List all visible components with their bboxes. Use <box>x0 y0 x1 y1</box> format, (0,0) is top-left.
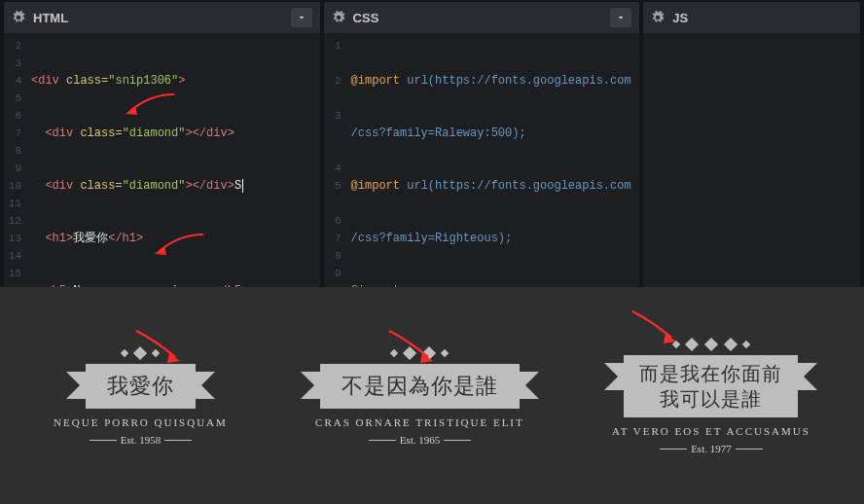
annotation-arrow <box>126 326 195 369</box>
js-code-editor[interactable] <box>643 33 860 287</box>
preview-subtitle: AT VERO EOS ET ACCUSAMUS <box>612 425 810 437</box>
css-gutter: 12345678910 <box>324 37 347 287</box>
preview-est: Est. 1977 <box>673 443 749 454</box>
css-pane: CSS 12345678910 @import url(https://font… <box>324 2 640 287</box>
preview-subtitle: CRAS ORNARE TRISTIQUE ELIT <box>315 416 524 428</box>
editor-panels: HTML 2345678910111213141516 <div class="… <box>0 0 864 287</box>
js-pane-title: JS <box>672 11 852 25</box>
html-code-lines: <div class="snip1306"> <div class="diamo… <box>31 37 316 287</box>
html-pane-header[interactable]: HTML <box>4 2 320 33</box>
html-pane-title: HTML <box>33 11 291 25</box>
css-code-lines: @import url(https://fonts.googleapis.com… <box>351 37 636 287</box>
preview-subtitle: NEQUE PORRO QUISQUAM <box>54 416 228 428</box>
gear-icon[interactable] <box>651 11 665 24</box>
js-pane-header[interactable]: JS <box>643 2 860 33</box>
css-pane-header[interactable]: CSS <box>324 2 640 33</box>
annotation-arrow <box>623 306 691 349</box>
html-pane: HTML 2345678910111213141516 <div class="… <box>4 2 320 287</box>
preview-title: 而是我在你面前我可以是誰 <box>624 355 798 417</box>
preview-pane: 我愛你 NEQUE PORRO QUISQUAM Est. 1958 不是因為你… <box>0 287 864 504</box>
css-code-editor[interactable]: 12345678910 @import url(https://fonts.go… <box>324 33 640 287</box>
preview-title-banner: 而是我在你面前我可以是誰 <box>624 355 798 417</box>
html-gutter: 2345678910111213141516 <box>4 37 27 287</box>
preview-card-3: 而是我在你面前我可以是誰 AT VERO EOS ET ACCUSAMUS Es… <box>612 336 810 456</box>
preview-title: 我愛你 <box>86 364 196 409</box>
preview-title-banner: 不是因為你是誰 <box>320 364 520 409</box>
html-code-editor[interactable]: 2345678910111213141516 <div class="snip1… <box>4 33 320 287</box>
preview-title: 不是因為你是誰 <box>320 364 520 409</box>
gear-icon[interactable] <box>332 11 345 24</box>
gear-icon[interactable] <box>12 11 25 24</box>
annotation-arrow <box>379 326 448 369</box>
chevron-down-icon[interactable] <box>610 8 631 27</box>
js-pane: JS <box>643 2 860 287</box>
chevron-down-icon[interactable] <box>291 8 312 27</box>
css-pane-title: CSS <box>353 11 611 25</box>
preview-title-banner: 我愛你 <box>86 364 196 409</box>
preview-est: Est. 1958 <box>103 434 179 446</box>
preview-est: Est. 1965 <box>382 434 458 446</box>
